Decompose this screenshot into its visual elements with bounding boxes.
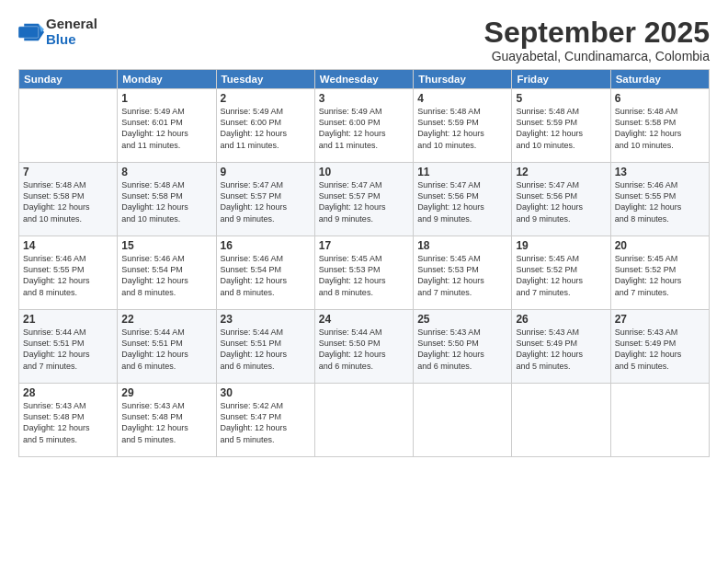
svg-rect-2: [18, 26, 39, 37]
day-number: 27: [615, 313, 705, 326]
day-number: 10: [319, 166, 409, 178]
day-info: Sunrise: 5:46 AM Sunset: 5:54 PM Dayligh…: [221, 253, 311, 298]
calendar-cell: 12Sunrise: 5:47 AM Sunset: 5:56 PM Dayli…: [512, 163, 610, 236]
day-number: 19: [516, 239, 606, 252]
day-info: Sunrise: 5:48 AM Sunset: 5:59 PM Dayligh…: [516, 106, 606, 151]
day-info: Sunrise: 5:47 AM Sunset: 5:57 PM Dayligh…: [221, 179, 311, 224]
calendar-week-2: 7Sunrise: 5:48 AM Sunset: 5:58 PM Daylig…: [19, 163, 710, 236]
logo-icon: [18, 19, 44, 45]
calendar-cell: 28Sunrise: 5:43 AM Sunset: 5:48 PM Dayli…: [19, 384, 118, 457]
day-info: Sunrise: 5:48 AM Sunset: 5:59 PM Dayligh…: [417, 106, 507, 151]
logo: General Blue: [18, 17, 97, 47]
day-info: Sunrise: 5:44 AM Sunset: 5:51 PM Dayligh…: [121, 327, 211, 372]
calendar-week-1: 1Sunrise: 5:49 AM Sunset: 6:01 PM Daylig…: [19, 89, 710, 163]
day-info: Sunrise: 5:43 AM Sunset: 5:50 PM Dayligh…: [417, 327, 507, 372]
logo-blue-text: Blue: [46, 32, 97, 48]
calendar-cell: 23Sunrise: 5:44 AM Sunset: 5:51 PM Dayli…: [216, 310, 314, 384]
title-block: September 2025 Guayabetal, Cundinamarca,…: [484, 17, 710, 63]
calendar-cell: 27Sunrise: 5:43 AM Sunset: 5:49 PM Dayli…: [610, 310, 709, 384]
day-number: 18: [417, 239, 507, 252]
location: Guayabetal, Cundinamarca, Colombia: [484, 49, 710, 63]
calendar-cell: 24Sunrise: 5:44 AM Sunset: 5:50 PM Dayli…: [314, 310, 413, 384]
day-info: Sunrise: 5:44 AM Sunset: 5:50 PM Dayligh…: [319, 327, 409, 372]
day-info: Sunrise: 5:46 AM Sunset: 5:55 PM Dayligh…: [615, 179, 705, 224]
calendar-cell: 17Sunrise: 5:45 AM Sunset: 5:53 PM Dayli…: [314, 236, 413, 310]
calendar-cell: 18Sunrise: 5:45 AM Sunset: 5:53 PM Dayli…: [414, 236, 512, 310]
calendar-cell: 25Sunrise: 5:43 AM Sunset: 5:50 PM Dayli…: [414, 310, 512, 384]
calendar-cell: [414, 384, 512, 457]
day-number: 8: [121, 166, 211, 178]
day-number: 22: [121, 313, 211, 326]
calendar-cell: 29Sunrise: 5:43 AM Sunset: 5:48 PM Dayli…: [118, 384, 216, 457]
day-number: 7: [23, 166, 113, 178]
day-number: 14: [23, 239, 113, 252]
day-number: 17: [319, 239, 409, 252]
logo-text: General Blue: [46, 17, 97, 47]
page: General Blue September 2025 Guayabetal, …: [0, 0, 728, 563]
col-tuesday: Tuesday: [216, 70, 314, 89]
calendar-cell: 1Sunrise: 5:49 AM Sunset: 6:01 PM Daylig…: [118, 89, 216, 163]
day-number: 20: [615, 239, 705, 252]
day-number: 3: [319, 92, 409, 105]
day-info: Sunrise: 5:45 AM Sunset: 5:52 PM Dayligh…: [615, 253, 705, 298]
day-info: Sunrise: 5:43 AM Sunset: 5:48 PM Dayligh…: [121, 400, 211, 445]
col-monday: Monday: [118, 70, 216, 89]
calendar-cell: 13Sunrise: 5:46 AM Sunset: 5:55 PM Dayli…: [610, 163, 709, 236]
day-number: 11: [417, 166, 507, 178]
day-info: Sunrise: 5:45 AM Sunset: 5:53 PM Dayligh…: [417, 253, 507, 298]
calendar-cell: [512, 384, 610, 457]
day-number: 15: [121, 239, 211, 252]
day-number: 4: [417, 92, 507, 105]
calendar-cell: 14Sunrise: 5:46 AM Sunset: 5:55 PM Dayli…: [19, 236, 118, 310]
logo-general-text: General: [46, 17, 97, 32]
day-number: 29: [121, 386, 211, 399]
calendar-cell: 15Sunrise: 5:46 AM Sunset: 5:54 PM Dayli…: [118, 236, 216, 310]
calendar-cell: 19Sunrise: 5:45 AM Sunset: 5:52 PM Dayli…: [512, 236, 610, 310]
day-number: 26: [516, 313, 606, 326]
calendar-cell: 2Sunrise: 5:49 AM Sunset: 6:00 PM Daylig…: [216, 89, 314, 163]
day-info: Sunrise: 5:43 AM Sunset: 5:48 PM Dayligh…: [23, 400, 113, 445]
col-wednesday: Wednesday: [314, 70, 413, 89]
month-title: September 2025: [484, 17, 710, 49]
day-info: Sunrise: 5:45 AM Sunset: 5:53 PM Dayligh…: [319, 253, 409, 298]
calendar-cell: 11Sunrise: 5:47 AM Sunset: 5:56 PM Dayli…: [414, 163, 512, 236]
calendar-cell: 30Sunrise: 5:42 AM Sunset: 5:47 PM Dayli…: [216, 384, 314, 457]
calendar-cell: 22Sunrise: 5:44 AM Sunset: 5:51 PM Dayli…: [118, 310, 216, 384]
day-info: Sunrise: 5:47 AM Sunset: 5:56 PM Dayligh…: [417, 179, 507, 224]
calendar-cell: [314, 384, 413, 457]
day-info: Sunrise: 5:43 AM Sunset: 5:49 PM Dayligh…: [516, 327, 606, 372]
calendar-cell: 20Sunrise: 5:45 AM Sunset: 5:52 PM Dayli…: [610, 236, 709, 310]
calendar-cell: 5Sunrise: 5:48 AM Sunset: 5:59 PM Daylig…: [512, 89, 610, 163]
day-info: Sunrise: 5:44 AM Sunset: 5:51 PM Dayligh…: [221, 327, 311, 372]
calendar-cell: 10Sunrise: 5:47 AM Sunset: 5:57 PM Dayli…: [314, 163, 413, 236]
day-info: Sunrise: 5:48 AM Sunset: 5:58 PM Dayligh…: [23, 179, 113, 224]
header: General Blue September 2025 Guayabetal, …: [18, 17, 710, 63]
day-info: Sunrise: 5:47 AM Sunset: 5:57 PM Dayligh…: [319, 179, 409, 224]
day-number: 13: [615, 166, 705, 178]
day-info: Sunrise: 5:45 AM Sunset: 5:52 PM Dayligh…: [516, 253, 606, 298]
day-info: Sunrise: 5:46 AM Sunset: 5:55 PM Dayligh…: [23, 253, 113, 298]
calendar-cell: 21Sunrise: 5:44 AM Sunset: 5:51 PM Dayli…: [19, 310, 118, 384]
day-info: Sunrise: 5:47 AM Sunset: 5:56 PM Dayligh…: [516, 179, 606, 224]
calendar-week-4: 21Sunrise: 5:44 AM Sunset: 5:51 PM Dayli…: [19, 310, 710, 384]
day-info: Sunrise: 5:48 AM Sunset: 5:58 PM Dayligh…: [615, 106, 705, 151]
day-info: Sunrise: 5:49 AM Sunset: 6:01 PM Dayligh…: [121, 106, 211, 151]
calendar-cell: 3Sunrise: 5:49 AM Sunset: 6:00 PM Daylig…: [314, 89, 413, 163]
col-thursday: Thursday: [414, 70, 512, 89]
day-number: 21: [23, 313, 113, 326]
day-info: Sunrise: 5:49 AM Sunset: 6:00 PM Dayligh…: [319, 106, 409, 151]
col-sunday: Sunday: [19, 70, 118, 89]
day-number: 28: [23, 386, 113, 399]
calendar-header-row: Sunday Monday Tuesday Wednesday Thursday…: [19, 70, 710, 89]
calendar-cell: 6Sunrise: 5:48 AM Sunset: 5:58 PM Daylig…: [610, 89, 709, 163]
calendar-cell: [19, 89, 118, 163]
calendar-cell: 7Sunrise: 5:48 AM Sunset: 5:58 PM Daylig…: [19, 163, 118, 236]
day-number: 16: [221, 239, 311, 252]
day-number: 5: [516, 92, 606, 105]
day-info: Sunrise: 5:42 AM Sunset: 5:47 PM Dayligh…: [221, 400, 311, 445]
day-info: Sunrise: 5:46 AM Sunset: 5:54 PM Dayligh…: [121, 253, 211, 298]
col-saturday: Saturday: [610, 70, 709, 89]
calendar-cell: 26Sunrise: 5:43 AM Sunset: 5:49 PM Dayli…: [512, 310, 610, 384]
day-info: Sunrise: 5:49 AM Sunset: 6:00 PM Dayligh…: [221, 106, 311, 151]
day-info: Sunrise: 5:43 AM Sunset: 5:49 PM Dayligh…: [615, 327, 705, 372]
